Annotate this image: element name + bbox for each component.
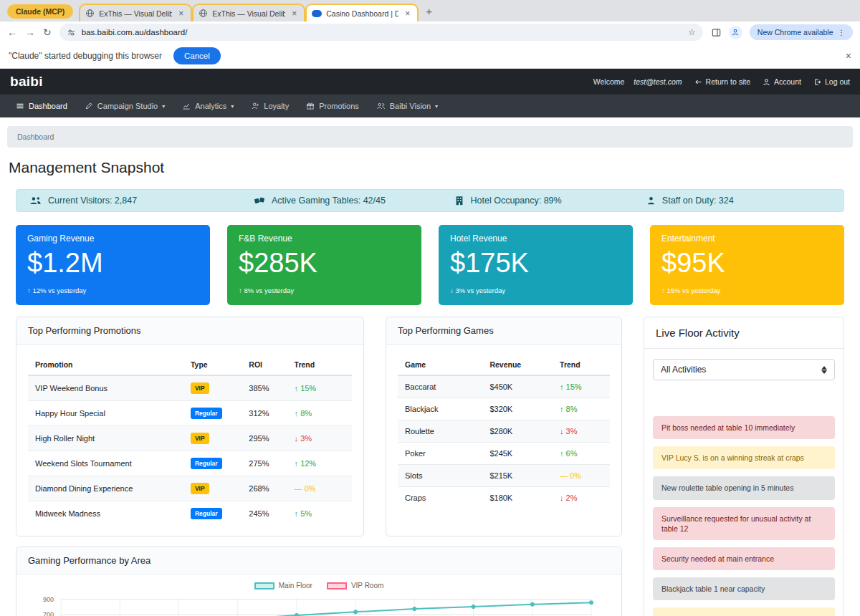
activity-filter-select[interactable]: All Activities [653, 359, 835, 380]
infobar-close-icon[interactable]: × [846, 50, 851, 62]
tab-group-claude-mcp[interactable]: Claude (MCP) [7, 4, 73, 19]
caret-down-icon: ▾ [162, 103, 165, 110]
dashboard-favicon [312, 10, 322, 17]
site-settings-icon[interactable] [67, 28, 76, 37]
legend-vip-room[interactable]: VIP Room [327, 582, 383, 589]
trend-value: — 0% [560, 471, 581, 480]
person-icon [731, 28, 740, 37]
stat-gaming-tables: Active Gaming Tables: 42/45 [254, 196, 454, 206]
performance-line-chart: 900700500 [28, 595, 610, 616]
trend-value: ↑ 5% [295, 509, 312, 518]
live-floor-activity-card: Live Floor Activity All Activities Pit b… [644, 317, 844, 616]
loyalty-person-icon [251, 102, 259, 110]
kpi-title: Entertainment [661, 234, 833, 244]
promotions-table: Promotion Type ROI Trend VIP Weekend Bon… [28, 355, 352, 526]
table-row: Craps$180K ↓ 2% [398, 487, 610, 509]
type-badge: VIP [191, 483, 209, 494]
kpi-title: F&B Revenue [239, 234, 410, 244]
legend-main-floor[interactable]: Main Floor [254, 582, 312, 589]
page-content: Dashboard Management Snapshot Current Vi… [0, 117, 860, 616]
gaming-performance-card: Gaming Performance by Area Main Floor VI… [16, 547, 622, 616]
table-row: Happy Hour Special Regular 312% ↑ 8% [28, 401, 352, 426]
tab-close-icon[interactable]: × [176, 9, 186, 19]
site-header: baibi Welcome test@test.com Return to si… [0, 69, 860, 95]
activity-alert: Pit boss needed at table 10 immediately [653, 416, 835, 439]
nav-item-promotions[interactable]: Promotions [297, 95, 368, 117]
tab-close-icon[interactable]: × [403, 9, 412, 19]
breadcrumb: Dashboard [7, 126, 853, 148]
tab-exthis-2[interactable]: ExThis — Visual Deliberat × [192, 4, 305, 21]
users-icon [376, 102, 386, 110]
new-tab-button[interactable]: + [426, 5, 432, 17]
stat-current-visitors: Current Visitors: 2,847 [29, 196, 254, 206]
select-arrows-icon [821, 366, 827, 374]
kpi-trend: ↑ 15% vs yesterday [661, 287, 833, 294]
trend-value: ↓ 3% [295, 434, 312, 443]
nav-item-baibi-vision[interactable]: Baibi Vision ▾ [368, 95, 446, 117]
trend-value: ↑ 6% [560, 449, 577, 458]
kpi-fb-revenue: F&B Revenue $285K ↑ 8% vs yesterday [227, 225, 421, 305]
cancel-button[interactable]: Cancel [173, 47, 221, 64]
nav-item-campaign-studio[interactable]: Campaign Studio ▾ [76, 95, 173, 117]
reload-button[interactable]: ↻ [43, 27, 52, 37]
stat-hotel-occupancy: Hotel Occupancy: 89% [454, 196, 646, 206]
menu-dots-icon[interactable]: ⋮ [838, 28, 846, 37]
live-stats-strip: Current Visitors: 2,847 Active Gaming Ta… [16, 189, 844, 212]
debug-infobar: "Claude" started debugging this browser … [0, 43, 860, 69]
debug-message: "Claude" started debugging this browser [9, 51, 162, 61]
tab-title: ExThis — Visual Deliberat [212, 9, 285, 18]
header-right: Welcome test@test.com Return to site Acc… [593, 77, 850, 86]
nav-item-loyalty[interactable]: Loyalty [242, 95, 297, 117]
chrome-update-chip[interactable]: New Chrome available ⋮ [750, 24, 853, 40]
table-row: Baccarat$450K ↑ 15% [398, 375, 610, 398]
tab-exthis-1[interactable]: ExThis — Visual Deliberat × [79, 4, 192, 21]
tab-casino-dashboard[interactable]: Casino Dashboard | Dash × [305, 4, 419, 21]
table-row: Slots$215K — 0% [398, 465, 610, 487]
profile-avatar[interactable] [729, 26, 742, 39]
address-bar[interactable]: bas.baibi.com.au/dashboard/ ☆ [59, 24, 703, 41]
trend-value: ↑ 8% [560, 405, 577, 413]
bookmark-star-icon[interactable]: ☆ [688, 28, 696, 37]
table-row: Midweek Madness Regular 245% ↑ 5% [28, 501, 352, 526]
kpi-value: $1.2M [27, 249, 199, 278]
svg-text:700: 700 [43, 611, 54, 616]
table-row: Blackjack$320K ↑ 8% [398, 398, 610, 420]
back-button[interactable]: ← [7, 27, 17, 37]
kpi-trend: ↑ 12% vs yesterday [27, 287, 199, 294]
main-nav: Dashboard Campaign Studio ▾ Analytics ▾ … [0, 95, 860, 117]
table-row: Poker$245K ↑ 6% [398, 443, 610, 465]
browser-tab-strip: Claude (MCP) ExThis — Visual Deliberat ×… [0, 0, 860, 21]
nav-item-analytics[interactable]: Analytics ▾ [173, 95, 242, 117]
games-card: Top Performing Games Game Revenue Trend [386, 317, 622, 536]
person-icon [763, 78, 770, 86]
chart-line-icon [182, 102, 191, 110]
kpi-title: Gaming Revenue [27, 234, 199, 244]
tab-close-icon[interactable]: × [290, 9, 299, 19]
kpi-trend: ↑ 8% vs yesterday [239, 287, 410, 294]
legend-swatch [327, 582, 347, 589]
type-badge: Regular [191, 508, 222, 519]
activity-alert: VIP Lucy S. is on a winning streak at cr… [653, 446, 835, 469]
activity-alert: Blackjack table 1 near capacity [653, 577, 835, 600]
globe-icon [85, 9, 95, 18]
logout-link[interactable]: Log out [813, 77, 850, 86]
card-title: Top Performing Games [386, 317, 621, 345]
trend-value: — 0% [295, 484, 316, 493]
forward-button[interactable]: → [25, 27, 35, 37]
account-link[interactable]: Account [763, 77, 801, 86]
menu-icon [16, 102, 24, 110]
logout-icon [813, 78, 821, 86]
welcome-text: Welcome test@test.com [593, 77, 682, 86]
return-to-site-link[interactable]: Return to site [694, 77, 750, 86]
url-text: bas.baibi.com.au/dashboard/ [82, 28, 682, 37]
caret-down-icon: ▾ [435, 103, 438, 110]
tab-title: ExThis — Visual Deliberat [99, 9, 172, 18]
users-icon [29, 196, 42, 206]
gift-icon [306, 102, 315, 110]
kpi-value: $285K [239, 249, 410, 278]
baibi-logo[interactable]: baibi [10, 74, 43, 90]
side-panel-icon[interactable] [711, 27, 722, 38]
nav-item-dashboard[interactable]: Dashboard [7, 95, 76, 117]
kpi-hotel-revenue: Hotel Revenue $175K ↓ 3% vs yesterday [439, 225, 633, 305]
card-title: Live Floor Activity [644, 317, 844, 349]
